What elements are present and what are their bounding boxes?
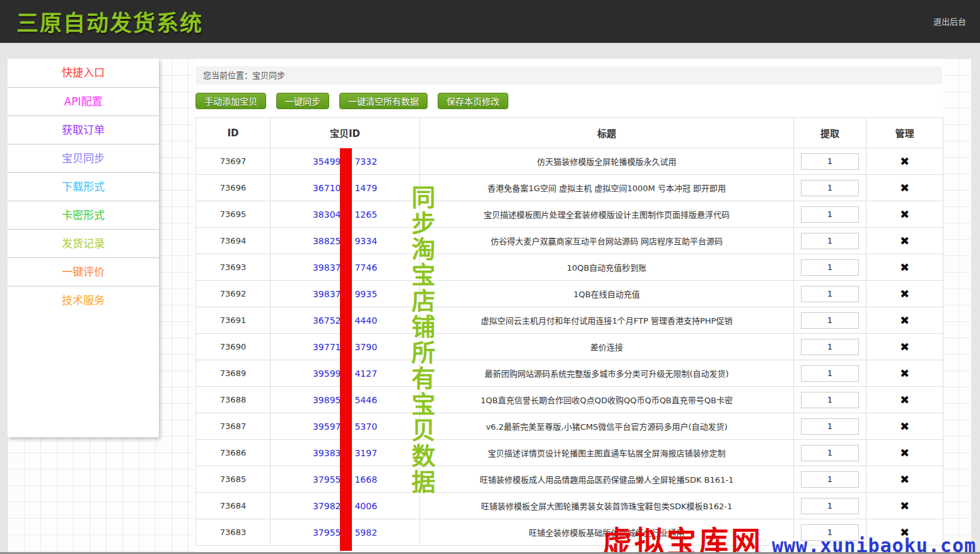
sidebar-item[interactable]: 一键评价 xyxy=(8,257,159,286)
row-id: 73692 xyxy=(196,281,271,307)
sidebar-item[interactable]: 获取订单 xyxy=(8,115,159,144)
row-id: 73691 xyxy=(196,307,271,334)
table-row: 73696367101479香港免备案1G空间 虚拟主机 虚拟空间1000M 亏… xyxy=(196,175,943,201)
sidebar-item[interactable]: 发货记录 xyxy=(8,229,159,257)
extract-input[interactable] xyxy=(801,233,859,249)
extract-cell xyxy=(794,254,866,281)
delete-icon[interactable]: ✖ xyxy=(900,287,909,300)
extract-input[interactable] xyxy=(801,286,859,302)
extract-input[interactable] xyxy=(801,312,859,329)
breadcrumb: 您当前位置：宝贝同步 xyxy=(195,66,942,85)
vertical-watermark: 同步淘宝店铺所有宝贝数据 xyxy=(407,185,435,495)
extract-cell xyxy=(794,493,866,519)
extract-input[interactable] xyxy=(801,471,859,488)
logout-link[interactable]: 退出后台 xyxy=(933,15,966,27)
item-title: 旺铺装修模板成人用品情趣用品医药保健品懒人全屏轮播SDK B161-1 xyxy=(420,466,794,493)
delete-icon[interactable]: ✖ xyxy=(900,393,909,406)
delete-icon[interactable]: ✖ xyxy=(900,314,909,327)
item-title: v6.2最新完美至尊版,小猪CMS微信平台官方源码多用户(自动发货) xyxy=(420,413,794,440)
row-id: 73684 xyxy=(196,493,271,519)
manage-cell: ✖ xyxy=(866,387,943,413)
row-id: 73696 xyxy=(196,175,271,201)
sidebar-item[interactable]: 下载形式 xyxy=(8,172,159,201)
column-header: 管理 xyxy=(866,118,943,148)
extract-cell xyxy=(794,201,866,228)
sidebar-item[interactable]: 技术服务 xyxy=(8,286,159,314)
extract-cell xyxy=(794,413,866,440)
delete-icon[interactable]: ✖ xyxy=(900,155,909,168)
items-table: ID宝贝ID标题提取管理 73697354997332仿天猫装修模版全屏轮播模版… xyxy=(195,117,943,546)
delete-icon[interactable]: ✖ xyxy=(900,234,909,247)
row-id: 73694 xyxy=(196,228,271,254)
table-row: 73686393833197宝贝描述详情页设计轮播图主图直通车钻展全屏海报店铺装… xyxy=(196,440,943,466)
sidebar-item[interactable]: 卡密形式 xyxy=(8,201,159,229)
extract-cell xyxy=(794,387,866,413)
item-title: 宝贝描述详情页设计轮播图主图直通车钻展全屏海报店铺装修定制 xyxy=(420,440,794,466)
manage-cell: ✖ xyxy=(866,175,943,201)
manage-cell: ✖ xyxy=(866,440,943,466)
column-header: 提取 xyxy=(794,118,866,148)
toolbar-button[interactable]: 保存本页修改 xyxy=(438,93,508,109)
column-header: ID xyxy=(196,118,271,148)
delete-icon[interactable]: ✖ xyxy=(900,208,909,221)
item-title: 最新团购网站源码系统完整版多城市多分类可升级无限制(自动发货) xyxy=(420,360,794,387)
extract-cell xyxy=(794,281,866,307)
sidebar-item[interactable]: API配置 xyxy=(8,87,159,115)
extract-input[interactable] xyxy=(801,206,859,223)
table-row: 73695383041265宝贝描述模板图片处理全套装修模版设计主图制作页面排版… xyxy=(196,201,943,228)
manage-cell: ✖ xyxy=(866,413,943,440)
extract-input[interactable] xyxy=(801,418,859,435)
toolbar-button[interactable]: 一键清空所有数据 xyxy=(339,93,428,109)
extract-input[interactable] xyxy=(801,153,859,170)
table-row: 73689395994127最新团购网站源码系统完整版多城市多分类可升级无限制(… xyxy=(196,360,943,387)
item-title: 宝贝描述模板图片处理全套装修模版设计主图制作页面排版悬浮代码 xyxy=(420,201,794,228)
sidebar-item[interactable]: 宝贝同步 xyxy=(8,144,159,172)
extract-input[interactable] xyxy=(801,365,859,382)
extract-input[interactable] xyxy=(801,392,859,408)
delete-icon[interactable]: ✖ xyxy=(900,181,909,194)
extract-input[interactable] xyxy=(801,180,859,196)
red-bar-overlay xyxy=(340,148,352,551)
delete-icon[interactable]: ✖ xyxy=(900,473,909,486)
toolbar-button[interactable]: 手动添加宝贝 xyxy=(195,93,266,109)
extract-cell xyxy=(794,148,866,175)
delete-icon[interactable]: ✖ xyxy=(900,499,909,512)
row-id: 73695 xyxy=(196,201,271,228)
item-title: 仿谷得大麦户双赢商家互动平台网站源码 网店程序互助平台源码 xyxy=(420,228,794,254)
delete-icon[interactable]: ✖ xyxy=(900,340,909,353)
delete-icon[interactable]: ✖ xyxy=(900,261,909,274)
table-row: 736923983799351QB在线自动充值✖ xyxy=(196,281,943,307)
toolbar-button[interactable]: 一键同步 xyxy=(276,93,329,109)
item-title: 仿天猫装修模版全屏轮播模版永久试用 xyxy=(420,148,794,175)
delete-icon[interactable]: ✖ xyxy=(900,420,909,433)
extract-cell xyxy=(794,228,866,254)
item-title: 1QB直充信誉长期合作回收Q点QD收购QQ币Q币QB直充带号QB卡密 xyxy=(420,387,794,413)
manage-cell: ✖ xyxy=(866,360,943,387)
sidebar: 快捷入口API配置获取订单宝贝同步下载形式卡密形式发货记录一键评价技术服务 xyxy=(8,59,159,437)
manage-cell: ✖ xyxy=(866,281,943,307)
delete-icon[interactable]: ✖ xyxy=(900,367,909,380)
delete-icon[interactable]: ✖ xyxy=(900,446,909,459)
item-title: 香港免备案1G空间 虚拟主机 虚拟空间1000M 亏本冲冠 即开即用 xyxy=(420,175,794,201)
manage-cell: ✖ xyxy=(866,493,943,519)
app-title: 三原自动发货系统 xyxy=(16,5,203,37)
extract-cell xyxy=(794,360,866,387)
sidebar-item[interactable]: 快捷入口 xyxy=(8,59,159,87)
extract-cell xyxy=(794,334,866,360)
extract-cell xyxy=(794,440,866,466)
extract-input[interactable] xyxy=(801,259,859,276)
row-id: 73689 xyxy=(196,360,271,387)
extract-input[interactable] xyxy=(801,498,859,514)
table-body: 73697354997332仿天猫装修模版全屏轮播模版永久试用✖73696367… xyxy=(196,148,943,546)
table-header: ID宝贝ID标题提取管理 xyxy=(196,118,943,148)
extract-cell xyxy=(794,175,866,201)
manage-cell: ✖ xyxy=(866,254,943,281)
extract-input[interactable] xyxy=(801,445,859,461)
item-title: 旺铺装修模板全屏大图轮播男装女装首饰珠宝鞋包类SDK模板B162-1 xyxy=(420,493,794,519)
table-row: 73694388259334仿谷得大麦户双赢商家互动平台网站源码 网店程序互助平… xyxy=(196,228,943,254)
row-id: 73685 xyxy=(196,466,271,493)
column-header: 宝贝ID xyxy=(271,118,420,148)
table-row: 73697354997332仿天猫装修模版全屏轮播模版永久试用✖ xyxy=(196,148,943,175)
extract-input[interactable] xyxy=(801,339,859,355)
site-watermark-cn: 虚拟宝库网 xyxy=(602,524,763,554)
